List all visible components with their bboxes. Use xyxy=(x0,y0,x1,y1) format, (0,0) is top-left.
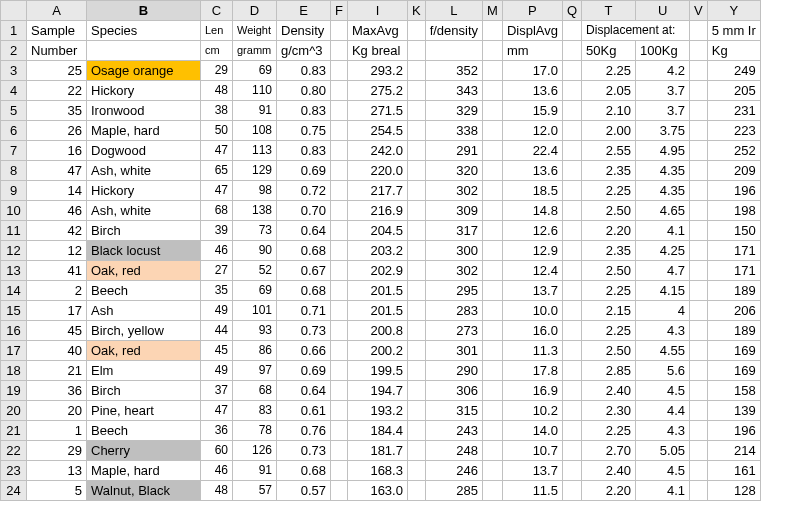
cell-L19[interactable]: 306 xyxy=(425,381,482,401)
cell-Y8[interactable]: 209 xyxy=(707,161,760,181)
cell-T23[interactable]: 2.40 xyxy=(582,461,636,481)
cell-E20[interactable]: 0.61 xyxy=(277,401,331,421)
cell-U17[interactable]: 4.55 xyxy=(636,341,690,361)
cell-K24[interactable] xyxy=(407,481,425,501)
cell-M3[interactable] xyxy=(483,61,503,81)
cell-K20[interactable] xyxy=(407,401,425,421)
cell-F2[interactable] xyxy=(331,41,348,61)
cell-L24[interactable]: 285 xyxy=(425,481,482,501)
cell-Y18[interactable]: 169 xyxy=(707,361,760,381)
cell-A6[interactable]: 26 xyxy=(27,121,87,141)
cell-P19[interactable]: 16.9 xyxy=(502,381,562,401)
cell-B16[interactable]: Birch, yellow xyxy=(87,321,201,341)
cell-I1[interactable]: MaxAvg xyxy=(347,21,407,41)
cell-V21[interactable] xyxy=(690,421,708,441)
cell-Q8[interactable] xyxy=(562,161,581,181)
cell-L13[interactable]: 302 xyxy=(425,261,482,281)
col-header-K[interactable]: K xyxy=(407,1,425,21)
row-header[interactable]: 19 xyxy=(1,381,27,401)
cell-I4[interactable]: 275.2 xyxy=(347,81,407,101)
cell-K14[interactable] xyxy=(407,281,425,301)
cell-A23[interactable]: 13 xyxy=(27,461,87,481)
cell-P23[interactable]: 13.7 xyxy=(502,461,562,481)
cell-M4[interactable] xyxy=(483,81,503,101)
cell-V3[interactable] xyxy=(690,61,708,81)
cell-A14[interactable]: 2 xyxy=(27,281,87,301)
cell-C14[interactable]: 35 xyxy=(201,281,233,301)
cell-D5[interactable]: 91 xyxy=(233,101,277,121)
cell-I2[interactable]: Kg breal xyxy=(347,41,407,61)
cell-B18[interactable]: Elm xyxy=(87,361,201,381)
cell-M6[interactable] xyxy=(483,121,503,141)
cell-M14[interactable] xyxy=(483,281,503,301)
cell-K2[interactable] xyxy=(407,41,425,61)
cell-I20[interactable]: 193.2 xyxy=(347,401,407,421)
cell-P16[interactable]: 16.0 xyxy=(502,321,562,341)
cell-F9[interactable] xyxy=(331,181,348,201)
cell-M17[interactable] xyxy=(483,341,503,361)
cell-U14[interactable]: 4.15 xyxy=(636,281,690,301)
cell-Q3[interactable] xyxy=(562,61,581,81)
cell-V22[interactable] xyxy=(690,441,708,461)
cell-P20[interactable]: 10.2 xyxy=(502,401,562,421)
cell-B6[interactable]: Maple, hard xyxy=(87,121,201,141)
cell-K3[interactable] xyxy=(407,61,425,81)
cell-U9[interactable]: 4.35 xyxy=(636,181,690,201)
cell-U18[interactable]: 5.6 xyxy=(636,361,690,381)
cell-I23[interactable]: 168.3 xyxy=(347,461,407,481)
cell-U5[interactable]: 3.7 xyxy=(636,101,690,121)
cell-T15[interactable]: 2.15 xyxy=(582,301,636,321)
cell-U22[interactable]: 5.05 xyxy=(636,441,690,461)
cell-Y14[interactable]: 189 xyxy=(707,281,760,301)
cell-K4[interactable] xyxy=(407,81,425,101)
cell-P1[interactable]: DisplAvg xyxy=(502,21,562,41)
cell-E22[interactable]: 0.73 xyxy=(277,441,331,461)
cell-K17[interactable] xyxy=(407,341,425,361)
cell-K8[interactable] xyxy=(407,161,425,181)
cell-I9[interactable]: 217.7 xyxy=(347,181,407,201)
cell-C6[interactable]: 50 xyxy=(201,121,233,141)
cell-D15[interactable]: 101 xyxy=(233,301,277,321)
cell-I15[interactable]: 201.5 xyxy=(347,301,407,321)
cell-P4[interactable]: 13.6 xyxy=(502,81,562,101)
cell-U3[interactable]: 4.2 xyxy=(636,61,690,81)
cell-A21[interactable]: 1 xyxy=(27,421,87,441)
cell-F17[interactable] xyxy=(331,341,348,361)
column-header-row[interactable]: ABCDEFIKLMPQTUVY xyxy=(1,1,761,21)
cell-A2[interactable]: Number xyxy=(27,41,87,61)
cell-F11[interactable] xyxy=(331,221,348,241)
cell-L4[interactable]: 343 xyxy=(425,81,482,101)
col-header-I[interactable]: I xyxy=(347,1,407,21)
cell-V10[interactable] xyxy=(690,201,708,221)
cell-D14[interactable]: 69 xyxy=(233,281,277,301)
col-header-E[interactable]: E xyxy=(277,1,331,21)
cell-E21[interactable]: 0.76 xyxy=(277,421,331,441)
cell-Y20[interactable]: 139 xyxy=(707,401,760,421)
cell-T16[interactable]: 2.25 xyxy=(582,321,636,341)
cell-Q20[interactable] xyxy=(562,401,581,421)
cell-A10[interactable]: 46 xyxy=(27,201,87,221)
row-header[interactable]: 18 xyxy=(1,361,27,381)
cell-F4[interactable] xyxy=(331,81,348,101)
cell-E3[interactable]: 0.83 xyxy=(277,61,331,81)
cell-K21[interactable] xyxy=(407,421,425,441)
cell-D24[interactable]: 57 xyxy=(233,481,277,501)
cell-L2[interactable] xyxy=(425,41,482,61)
cell-P9[interactable]: 18.5 xyxy=(502,181,562,201)
cell-L3[interactable]: 352 xyxy=(425,61,482,81)
row-header[interactable]: 4 xyxy=(1,81,27,101)
cell-F23[interactable] xyxy=(331,461,348,481)
cell-K22[interactable] xyxy=(407,441,425,461)
cell-K1[interactable] xyxy=(407,21,425,41)
cell-C12[interactable]: 46 xyxy=(201,241,233,261)
cell-E10[interactable]: 0.70 xyxy=(277,201,331,221)
cell-Q11[interactable] xyxy=(562,221,581,241)
cell-V11[interactable] xyxy=(690,221,708,241)
cell-B10[interactable]: Ash, white xyxy=(87,201,201,221)
cell-U20[interactable]: 4.4 xyxy=(636,401,690,421)
cell-M12[interactable] xyxy=(483,241,503,261)
cell-B3[interactable]: Osage orange xyxy=(87,61,201,81)
cell-M22[interactable] xyxy=(483,441,503,461)
cell-I10[interactable]: 216.9 xyxy=(347,201,407,221)
cell-P10[interactable]: 14.8 xyxy=(502,201,562,221)
